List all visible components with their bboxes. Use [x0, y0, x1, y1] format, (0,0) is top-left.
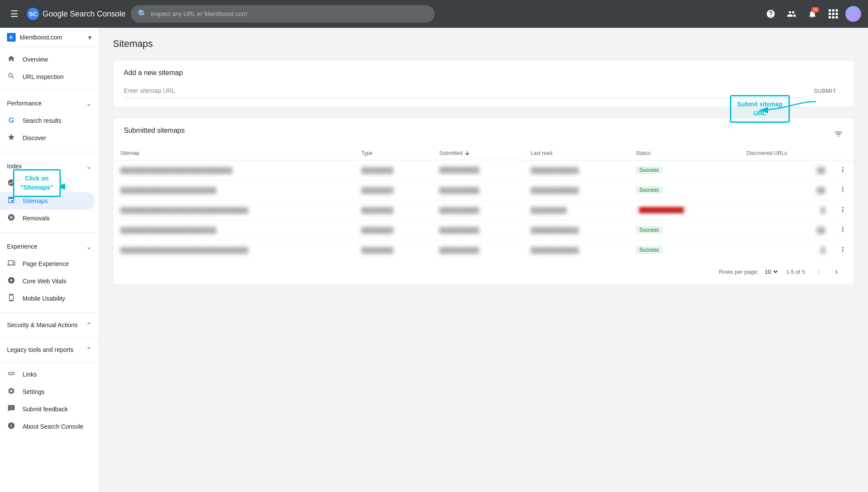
col-submitted[interactable]: Submitted: [432, 147, 524, 160]
page-experience-icon: [7, 259, 16, 269]
discover-label: Discover: [23, 134, 46, 141]
divider-5: [0, 337, 99, 338]
col-last-read: Last read: [524, 147, 629, 160]
experience-label: Experience: [7, 243, 37, 250]
sidebar-overview-label: Overview: [23, 56, 48, 63]
row-menu-icon[interactable]: [839, 246, 847, 253]
status-badge: Success: [636, 166, 662, 174]
table-row: ████████████████████████████████ ███████…: [113, 240, 854, 260]
app-logo: SC Google Search Console: [27, 8, 125, 20]
cell-status: Success: [629, 160, 739, 180]
sitemap-url-input[interactable]: [124, 84, 807, 98]
cell-last-read: █████████: [524, 200, 629, 220]
help-button[interactable]: [762, 5, 779, 23]
links-label: Links: [23, 371, 37, 378]
row-menu-icon[interactable]: [839, 186, 847, 194]
logo-text: Google Search Console: [43, 10, 125, 19]
submit-sitemap-button[interactable]: SUBMIT: [807, 84, 843, 98]
table-body: ████████████████████████████ ████████ ██…: [113, 160, 854, 260]
row-menu-icon[interactable]: [839, 226, 847, 233]
sidebar-item-submit-feedback[interactable]: Submit feedback: [0, 400, 95, 418]
sidebar-item-overview[interactable]: Overview: [0, 51, 95, 68]
divider-4: [0, 312, 99, 313]
property-selector[interactable]: K klientboost.com ▾: [0, 28, 99, 47]
sidebar-url-inspection-label: URL inspection: [23, 73, 63, 80]
cell-action[interactable]: [832, 240, 854, 260]
about-label: About Search Console: [23, 423, 83, 430]
sidebar-item-url-inspection[interactable]: URL inspection: [0, 68, 95, 85]
property-chevron: ▾: [88, 33, 92, 42]
avatar[interactable]: [845, 6, 861, 22]
cell-submitted: ██████████: [432, 160, 524, 180]
sidebar-item-discover[interactable]: Discover: [0, 129, 95, 147]
legacy-label: Legacy tools and reports: [7, 346, 73, 353]
apps-button[interactable]: [825, 5, 842, 23]
sidebar-item-sitemaps[interactable]: Sitemaps: [0, 192, 95, 210]
help-icon: [766, 9, 776, 19]
col-discovered-urls: Discovered URLs: [739, 147, 832, 160]
performance-label: Performance: [7, 100, 42, 107]
coverage-icon: [7, 179, 16, 189]
rows-per-page-select[interactable]: 10 25 50: [762, 267, 779, 276]
prev-page-button[interactable]: [812, 265, 826, 279]
sidebar-item-search-results[interactable]: G Search results: [0, 112, 95, 129]
accounts-button[interactable]: [783, 5, 800, 23]
sidebar-item-about[interactable]: About Search Console: [0, 418, 95, 435]
info-icon: [7, 422, 16, 432]
menu-icon[interactable]: ☰: [7, 5, 22, 23]
sidebar-item-page-experience[interactable]: Page Experience: [0, 255, 95, 272]
index-section-header[interactable]: Index ⌄: [0, 157, 99, 175]
avatar-image: [845, 6, 861, 22]
cell-action[interactable]: [832, 160, 854, 180]
cell-action[interactable]: [832, 220, 854, 240]
main-content: Sitemaps Add a new sitemap SUBMIT Submit…: [99, 28, 868, 305]
links-icon: [7, 370, 16, 380]
sidebar-item-core-web-vitals[interactable]: Core Web Vitals: [0, 272, 95, 290]
discover-icon: [7, 133, 16, 143]
row-menu-icon[interactable]: [839, 166, 847, 174]
notifications-button[interactable]: 56: [804, 5, 821, 23]
status-badge: Success: [636, 246, 662, 254]
cell-last-read: ████████████: [524, 160, 629, 180]
filter-icon[interactable]: [834, 129, 843, 139]
submitted-sitemaps-header: Submitted sitemaps: [113, 118, 854, 147]
col-actions: [832, 147, 854, 160]
mobile-usability-label: Mobile Usability: [23, 295, 65, 302]
legacy-chevron: ⌃: [86, 346, 92, 354]
sidebar-item-removals[interactable]: Removals: [0, 210, 95, 227]
col-status: Status: [629, 147, 739, 160]
rows-per-page-label: Rows per page:: [719, 269, 759, 275]
submitted-sitemaps-card: Submitted sitemaps Sitemap Type Submitte…: [113, 118, 854, 285]
cell-action[interactable]: [832, 180, 854, 200]
sidebar-item-mobile-usability[interactable]: Mobile Usability: [0, 290, 95, 307]
row-menu-icon[interactable]: [839, 206, 847, 213]
legacy-section-header[interactable]: Legacy tools and reports ⌃: [0, 341, 99, 358]
security-section-header[interactable]: Security & Manual Actions ⌃: [0, 316, 99, 334]
removals-icon: [7, 213, 16, 223]
performance-section-header[interactable]: Performance ⌄: [0, 95, 99, 112]
notification-badge: 56: [811, 7, 819, 13]
search-input[interactable]: [151, 10, 428, 17]
page-range: 1-5 of 5: [786, 269, 805, 275]
sidebar-item-links[interactable]: Links: [0, 366, 95, 383]
cell-action[interactable]: [832, 200, 854, 220]
search-bar[interactable]: 🔍: [131, 5, 435, 23]
next-page-button[interactable]: [829, 265, 843, 279]
security-chevron: ⌃: [86, 321, 92, 329]
add-sitemap-title: Add a new sitemap: [124, 69, 843, 77]
cell-status: Success: [629, 180, 739, 200]
table-row: ████████████████████████████████ ███████…: [113, 200, 854, 220]
sidebar-item-coverage[interactable]: Coverage: [0, 175, 95, 192]
cell-type: ████████: [354, 220, 432, 240]
col-type: Type: [354, 147, 432, 160]
sidebar-item-settings[interactable]: Settings: [0, 383, 95, 400]
experience-section-header[interactable]: Experience ⌄: [0, 238, 99, 255]
performance-chevron: ⌄: [86, 99, 92, 108]
cell-sitemap: ████████████████████████████: [113, 160, 354, 180]
cell-last-read: ████████████: [524, 240, 629, 260]
col-sitemap: Sitemap: [113, 147, 354, 160]
grid-icon: [828, 9, 838, 19]
divider-3: [0, 232, 99, 233]
core-web-vitals-label: Core Web Vitals: [23, 278, 66, 285]
cell-status: Success: [629, 220, 739, 240]
